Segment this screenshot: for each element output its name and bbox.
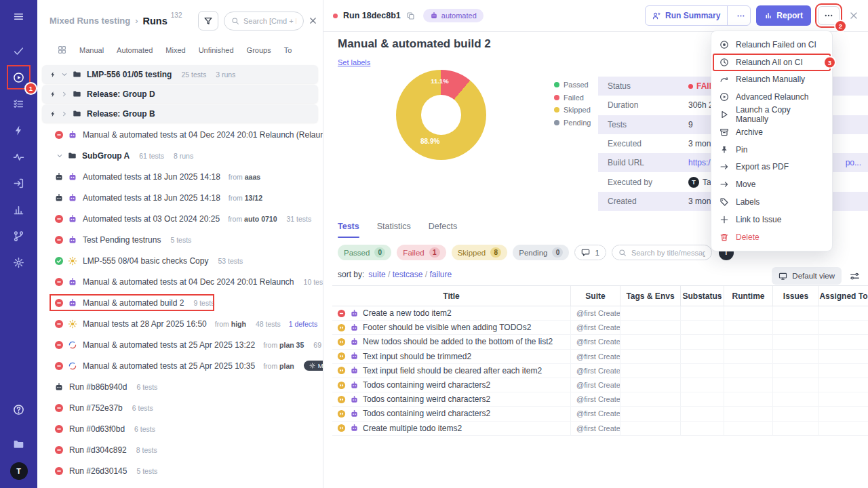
sort-testcase[interactable]: testcase <box>393 270 423 279</box>
default-view-selector[interactable]: Default view <box>772 267 842 285</box>
group-list-item[interactable]: LMP-556 01/05 testing25 tests3 runs <box>42 65 318 83</box>
set-labels-link[interactable]: Set labels <box>338 58 370 66</box>
menu-item-export-as-pdf[interactable]: Export as PDF <box>711 159 832 176</box>
runs-tab-manual[interactable]: Manual <box>79 46 104 54</box>
sidebar-login-button[interactable] <box>0 170 37 197</box>
column-header-runtime[interactable]: Runtime <box>724 286 773 306</box>
column-header-issues[interactable]: Issues <box>773 286 819 306</box>
menu-item-delete[interactable]: Delete <box>711 228 832 246</box>
menu-item-relaunch-failed-on-ci[interactable]: Relaunch Failed on CI <box>711 36 832 54</box>
run-list-item[interactable]: Automated tests at 18 Jun 2025 14:18from… <box>37 166 323 187</box>
run-list-item[interactable]: Manual & automated tests at 04 Dec 2024 … <box>37 124 323 145</box>
sidebar-gear-button[interactable] <box>0 249 37 276</box>
test-row[interactable]: Create multiple todo items2@first Create… <box>332 422 868 436</box>
run-list-item[interactable]: Run #752e37b6 tests <box>37 397 323 418</box>
report-button[interactable]: Report <box>756 5 811 26</box>
menu-item-launch-a-copy-manually[interactable]: Launch a Copy Manually <box>711 106 832 123</box>
test-row[interactable]: New todos should be added to the bottom … <box>332 335 868 349</box>
column-header-tags-envs[interactable]: Tags & Envs <box>620 286 681 306</box>
run-list-item[interactable]: Run #b86b940d6 tests <box>37 376 323 397</box>
test-row[interactable]: Todos containing weird characters2@first… <box>332 407 868 421</box>
menu-item-relaunch-manually[interactable]: Relaunch Manually <box>711 71 832 89</box>
close-run-icon[interactable] <box>849 11 859 20</box>
runs-tab-to[interactable]: To <box>284 46 292 54</box>
filter-chip-failed[interactable]: Failed1 <box>397 245 446 260</box>
filter-chip-skipped[interactable]: Skipped8 <box>452 245 508 260</box>
sidebar-question-button[interactable] <box>0 393 37 426</box>
comments-filter-chip[interactable]: 1 <box>574 245 606 260</box>
sidebar-play-circle-button[interactable]: 1 <box>0 64 37 91</box>
menu-item-move[interactable]: Move <box>711 176 832 193</box>
runs-tab-mixed[interactable]: Mixed <box>165 46 185 54</box>
copy-icon[interactable] <box>406 12 415 20</box>
test-suite: @first Create ... <box>571 378 620 392</box>
run-list-item[interactable]: Manual tests at 28 Apr 2025 16:50from hi… <box>37 313 323 334</box>
sort-failure[interactable]: failure <box>429 270 452 279</box>
run-list-item[interactable]: Manual & automated tests at 25 Apr 2025 … <box>37 334 323 355</box>
run-list-item[interactable]: Run #0d63f0bd6 tests <box>37 418 323 439</box>
sidebar-pulse-button[interactable] <box>0 144 37 170</box>
filter-chip-passed[interactable]: Passed0 <box>338 245 391 260</box>
test-row[interactable]: Todos containing weird characters2@first… <box>332 392 868 407</box>
left-panel-close-icon[interactable] <box>309 16 317 25</box>
tests-search-input[interactable] <box>631 249 705 257</box>
sidebar-menu-button[interactable] <box>0 0 37 33</box>
column-header-substatus[interactable]: Substatus <box>681 286 724 306</box>
menu-item-relaunch-all-on-ci[interactable]: Relaunch All on CI3 <box>711 54 832 71</box>
user-avatar[interactable]: T <box>10 462 28 480</box>
breadcrumb-project[interactable]: Mixed Runs testing <box>50 16 130 26</box>
sidebar-bolt-button[interactable] <box>0 117 37 144</box>
run-list-item[interactable]: Automated tests at 03 Oct 2024 20:25from… <box>37 208 323 229</box>
tab-tests[interactable]: Tests <box>338 222 359 238</box>
runs-search-input[interactable] <box>243 17 296 25</box>
menu-item-pin[interactable]: Pin <box>711 141 832 159</box>
run-list-item[interactable]: Manual & automated tests at 25 Apr 2025 … <box>37 355 323 376</box>
sidebar-folder-button[interactable] <box>0 431 37 458</box>
sort-suite[interactable]: suite <box>368 270 385 279</box>
sidebar-check-button[interactable] <box>0 38 37 64</box>
group-list-item[interactable]: Release: Group D <box>42 85 318 103</box>
filter-chip-pending[interactable]: Pending0 <box>513 245 569 260</box>
test-row[interactable]: Footer should be visible when adding TOD… <box>332 321 868 335</box>
sidebar-branch-button[interactable] <box>0 223 37 249</box>
menu-item-advanced-relaunch[interactable]: Advanced Relaunch <box>711 88 832 106</box>
runs-tab-groups[interactable]: Groups <box>247 46 271 54</box>
group-list-item[interactable]: SubGroup A61 tests8 runs <box>37 145 323 166</box>
run-list-item[interactable]: Run #d304c8928 tests <box>37 439 323 460</box>
run-list-item[interactable]: Run #26d301455 tests <box>37 460 323 481</box>
tests-search[interactable] <box>612 245 712 260</box>
test-row[interactable]: Create a new todo item2@first Create ... <box>332 306 868 321</box>
column-header-title[interactable]: Title <box>332 286 571 306</box>
build-url-link[interactable]: https:/ <box>688 158 711 167</box>
test-suite: @first Create ... <box>571 350 620 363</box>
tab-statistics[interactable]: Statistics <box>377 222 411 238</box>
run-list-item[interactable]: Test Pending testruns5 tests <box>37 229 323 250</box>
build-url-tail[interactable]: po... <box>846 158 861 167</box>
columns-settings-icon[interactable] <box>850 271 860 281</box>
runs-tab-automated[interactable]: Automated <box>117 46 153 54</box>
menu-item-link-to-issue[interactable]: Link to Issue <box>711 211 832 228</box>
test-row[interactable]: Text input should be trimmed2@first Crea… <box>332 350 868 364</box>
run-list-item[interactable]: Automated tests at 18 Jun 2025 14:18from… <box>37 187 323 208</box>
sidebar-tasks-button[interactable] <box>0 91 37 117</box>
menu-item-labels[interactable]: Labels <box>711 193 832 211</box>
group-list-item[interactable]: Release: Group B <box>42 104 318 123</box>
robot-icon <box>68 277 77 287</box>
filter-button[interactable] <box>198 11 218 30</box>
runs-search[interactable] <box>224 12 304 30</box>
record-icon <box>719 40 729 49</box>
run-list-item[interactable]: Manual & automated tests at 04 Dec 2024 … <box>37 271 323 292</box>
column-header-assigned-to[interactable]: Assigned To <box>819 286 868 306</box>
summary-more-button[interactable] <box>732 12 750 20</box>
column-header-suite[interactable]: Suite <box>571 286 620 306</box>
sidebar-chart-button[interactable] <box>0 197 37 223</box>
test-suite: @first Create ... <box>571 306 620 320</box>
test-row[interactable]: Todos containing weird characters2@first… <box>332 378 868 392</box>
run-list-item[interactable]: LMP-555 08/04 basic checks Copy53 tests <box>37 250 323 271</box>
tab-defects[interactable]: Defects <box>429 222 457 238</box>
run-summary-button[interactable]: Run Summary <box>645 5 751 26</box>
menu-item-archive[interactable]: Archive <box>711 123 832 141</box>
run-list-item[interactable]: Manual & automated build 29 tests <box>37 292 323 313</box>
runs-tab-unfinished[interactable]: Unfinished <box>199 46 234 54</box>
test-row[interactable]: Text input field should be cleared after… <box>332 364 868 378</box>
